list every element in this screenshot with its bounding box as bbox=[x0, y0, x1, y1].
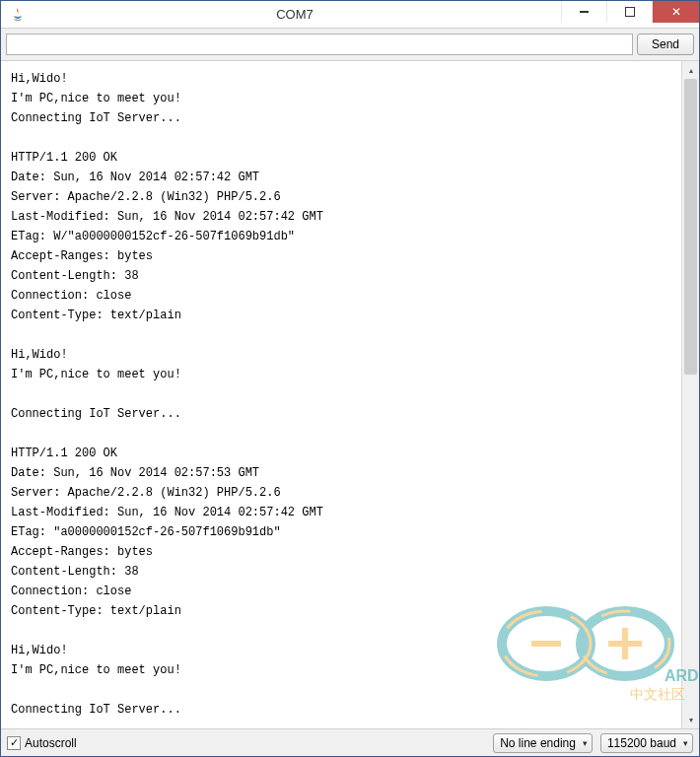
scrollbar-track[interactable] bbox=[682, 79, 699, 711]
window-controls bbox=[561, 1, 699, 28]
vertical-scrollbar[interactable]: ▴ ▾ bbox=[681, 61, 699, 728]
line-ending-select[interactable]: No line ending bbox=[493, 733, 593, 753]
content-area: Hi,Wido! I'm PC,nice to meet you! Connec… bbox=[1, 61, 699, 728]
scroll-up-icon[interactable]: ▴ bbox=[682, 61, 699, 79]
window-title: COM7 bbox=[29, 7, 561, 22]
close-button[interactable] bbox=[652, 1, 699, 23]
titlebar: COM7 bbox=[1, 1, 699, 29]
statusbar: ✓ Autoscroll No line ending 115200 baud bbox=[1, 728, 699, 756]
autoscroll-checkbox[interactable]: ✓ Autoscroll bbox=[7, 736, 77, 750]
line-ending-value: No line ending bbox=[500, 736, 576, 750]
send-button[interactable]: Send bbox=[637, 34, 694, 55]
baud-rate-value: 115200 baud bbox=[607, 736, 676, 750]
baud-rate-select[interactable]: 115200 baud bbox=[600, 733, 693, 753]
java-icon bbox=[7, 4, 29, 26]
command-input[interactable] bbox=[6, 34, 633, 55]
console-output: Hi,Wido! I'm PC,nice to meet you! Connec… bbox=[1, 61, 681, 727]
checkbox-icon: ✓ bbox=[7, 736, 21, 750]
maximize-button[interactable] bbox=[606, 1, 652, 23]
minimize-button[interactable] bbox=[561, 1, 606, 23]
scrollbar-thumb[interactable] bbox=[684, 79, 697, 375]
toolbar: Send bbox=[1, 29, 699, 61]
scroll-down-icon[interactable]: ▾ bbox=[682, 711, 699, 728]
autoscroll-label: Autoscroll bbox=[25, 736, 77, 750]
serial-monitor-window: COM7 Send Hi,Wido! I'm PC,nice to meet y… bbox=[0, 0, 700, 757]
